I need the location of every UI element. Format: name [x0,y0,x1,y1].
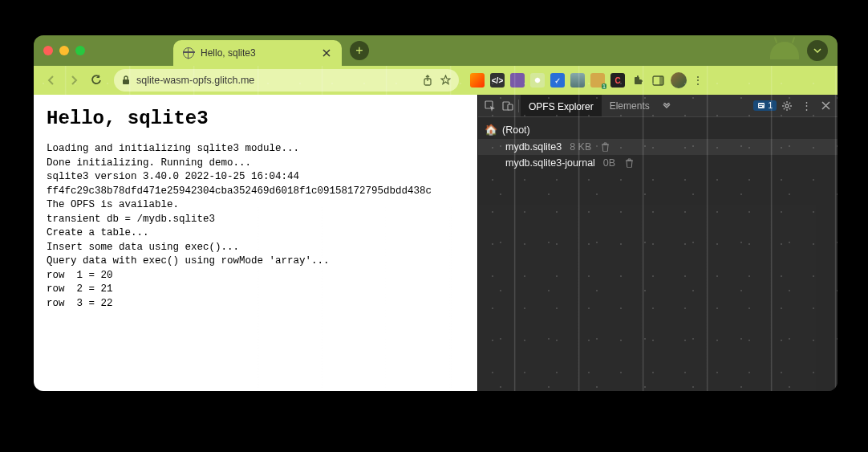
bookmark-icon[interactable] [440,75,451,86]
console-log: Loading and initializing sqlite3 module.… [47,142,464,311]
delete-file-button[interactable] [601,142,610,152]
page-heading: Hello, sqlite3 [47,108,464,129]
opfs-tree: 🏠 (Root) mydb.sqlite3 8 KB mydb.sqlite3-… [478,117,838,391]
close-tab-button[interactable] [321,47,332,59]
minimize-window-button[interactable] [59,46,69,55]
navigation-toolbar: sqlite-wasm-opfs.glitch.me </> ✓ 1 C [34,66,838,95]
more-tabs-icon[interactable] [658,97,675,115]
file-item[interactable]: mydb.sqlite3-journal 0B [478,155,838,171]
back-button[interactable] [42,71,61,90]
extension-icon[interactable]: ✓ [550,73,565,88]
file-name: mydb.sqlite3-journal [505,157,595,169]
reload-button[interactable] [87,71,106,90]
browser-window: Hello, sqlite3 + sqlite-wasm-opfs [34,35,838,391]
home-icon: 🏠 [485,124,497,136]
extension-icon[interactable] [570,73,585,88]
log-line: sqlite3 version 3.40.0 2022-10-25 16:04:… [47,170,464,185]
side-panel-icon[interactable] [651,73,665,88]
inspect-element-icon[interactable] [481,97,499,115]
tab-elements[interactable]: Elements [602,95,658,116]
file-size: 0B [603,157,615,169]
file-size: 8 KB [570,141,591,153]
tab-opfs-explorer[interactable]: OPFS Explorer [521,95,602,116]
extension-icons: </> ✓ 1 C ⋮ [470,72,703,88]
globe-icon [183,47,194,59]
file-name: mydb.sqlite3 [505,141,562,153]
close-window-button[interactable] [43,46,53,55]
extension-icon[interactable]: 1 [590,73,605,88]
window-controls [43,46,85,55]
maximize-window-button[interactable] [75,46,85,55]
tab-overflow-button[interactable] [807,40,828,61]
log-line: Loading and initializing sqlite3 module.… [47,142,464,157]
delete-file-button[interactable] [625,158,634,168]
settings-icon[interactable] [778,97,796,115]
devtools-tabbar: OPFS Explorer Elements 1 ⋮ [478,95,838,117]
log-line: transient db = /mydb.sqlite3 [47,213,464,227]
svg-rect-0 [123,79,129,84]
forward-button[interactable] [64,71,83,90]
new-tab-button[interactable]: + [350,41,369,60]
tab-title: Hello, sqlite3 [201,47,314,59]
tree-root[interactable]: 🏠 (Root) [478,120,838,139]
close-devtools-button[interactable] [817,97,834,115]
chrome-menu-button[interactable]: ⋮ [692,74,703,87]
extension-icon[interactable]: C [610,73,625,88]
extension-icon[interactable] [530,73,545,88]
svg-rect-8 [759,104,764,105]
log-line: The OPFS is available. [47,198,464,213]
devtools-panel: OPFS Explorer Elements 1 ⋮ [477,95,838,391]
address-bar[interactable]: sqlite-wasm-opfs.glitch.me [114,69,459,92]
tab-strip: Hello, sqlite3 + [34,35,838,66]
share-icon[interactable] [423,75,432,86]
log-line: Query data with exec() using rowMode 'ar… [47,255,464,269]
device-toolbar-icon[interactable] [499,97,517,115]
badge-count: 1 [768,101,773,110]
extension-icon[interactable]: </> [490,73,505,88]
browser-tab[interactable]: Hello, sqlite3 [173,40,342,66]
root-label: (Root) [502,124,530,136]
log-line: row 2 = 21 [47,283,464,297]
svg-rect-7 [758,103,765,108]
svg-point-10 [785,104,789,108]
file-item[interactable]: mydb.sqlite3 8 KB [478,139,838,155]
svg-rect-9 [759,106,762,107]
extension-icon[interactable] [470,73,485,88]
svg-rect-3 [659,76,663,85]
devtools-menu-icon[interactable]: ⋮ [797,97,815,115]
log-line: row 1 = 20 [47,269,464,283]
extension-icon[interactable] [510,73,525,88]
log-line: row 3 = 22 [47,297,464,312]
log-line: Done initializing. Running demo... [47,157,464,171]
page-viewport: Hello, sqlite3 Loading and initializing … [34,95,477,391]
url-text: sqlite-wasm-opfs.glitch.me [136,75,416,86]
issues-badge[interactable]: 1 [753,100,777,111]
extensions-menu-icon[interactable] [631,73,645,88]
profile-avatar[interactable] [671,72,687,88]
divider [518,100,519,112]
svg-rect-6 [508,104,513,110]
android-icon [770,42,799,59]
log-line: ff4fc29c38b78dfd471e25942304cba352469d60… [47,185,464,199]
log-line: Create a table... [47,226,464,241]
lock-icon [122,75,130,85]
content-area: Hello, sqlite3 Loading and initializing … [34,95,838,391]
log-line: Insert some data using exec()... [47,241,464,255]
